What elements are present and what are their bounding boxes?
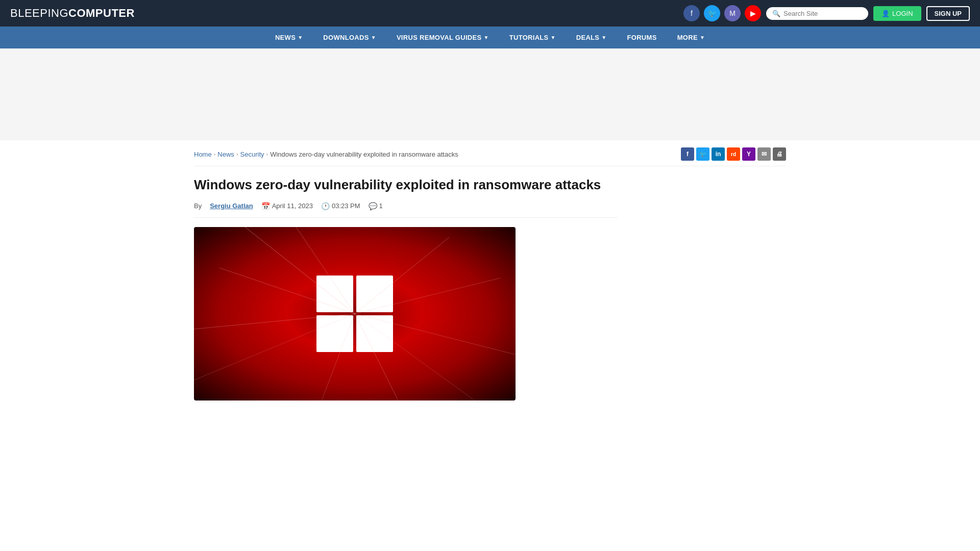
share-icons: f 🐦 in rd Y ✉ 🖨 xyxy=(681,147,786,161)
logo-light-text: BLEEPING xyxy=(10,7,68,19)
breadcrumb-sep-1: › xyxy=(214,151,216,157)
svg-line-12 xyxy=(322,314,355,400)
nav-news[interactable]: NEWS ▼ xyxy=(265,27,313,48)
main-nav: NEWS ▼ DOWNLOADS ▼ VIRUS REMOVAL GUIDES … xyxy=(0,27,980,48)
nav-downloads-arrow: ▼ xyxy=(371,35,376,40)
svg-line-5 xyxy=(296,227,355,314)
search-icon: 🔍 xyxy=(772,10,780,17)
svg-line-13 xyxy=(194,314,355,380)
share-twitter[interactable]: 🐦 xyxy=(696,147,709,161)
share-print[interactable]: 🖨 xyxy=(773,147,786,161)
search-bar[interactable]: 🔍 xyxy=(766,7,868,20)
nav-virus-arrow: ▼ xyxy=(484,35,489,40)
nav-more-arrow: ▼ xyxy=(700,35,705,40)
calendar-icon: 📅 xyxy=(261,202,270,210)
comment-icon: 💬 xyxy=(369,202,377,210)
meta-time: 🕐 03:23 PM xyxy=(321,202,360,210)
main-container: Home › News › Security › Windows zero-da… xyxy=(184,140,796,400)
breadcrumb-home[interactable]: Home xyxy=(194,151,212,158)
nav-news-arrow: ▼ xyxy=(298,35,303,40)
breadcrumb-bar: Home › News › Security › Windows zero-da… xyxy=(194,140,786,166)
share-email[interactable]: ✉ xyxy=(757,147,771,161)
article-time: 03:23 PM xyxy=(332,202,360,210)
svg-line-9 xyxy=(194,314,355,329)
content-row: Windows zero-day vulnerability exploited… xyxy=(194,177,786,400)
breadcrumb-sep-2: › xyxy=(236,151,238,157)
breadcrumb-security[interactable]: Security xyxy=(240,151,264,158)
svg-line-11 xyxy=(355,314,398,400)
nav-tutorials-arrow: ▼ xyxy=(551,35,556,40)
user-icon: 👤 xyxy=(881,10,890,17)
clock-icon: 🕐 xyxy=(321,202,330,210)
laser-overlay xyxy=(194,227,516,400)
svg-line-4 xyxy=(245,227,355,314)
nav-virus-removal[interactable]: VIRUS REMOVAL GUIDES ▼ xyxy=(386,27,499,48)
breadcrumb-news[interactable]: News xyxy=(217,151,234,158)
article-author[interactable]: Sergiu Gatlan xyxy=(210,202,253,210)
twitter-icon[interactable]: 🐦 xyxy=(704,5,720,21)
breadcrumb-sep-3: › xyxy=(266,151,268,157)
nav-downloads[interactable]: DOWNLOADS ▼ xyxy=(313,27,386,48)
share-facebook[interactable]: f xyxy=(681,147,694,161)
signup-button[interactable]: SIGN UP xyxy=(926,6,970,21)
mastodon-icon[interactable]: M xyxy=(724,5,741,21)
meta-date: 📅 April 11, 2023 xyxy=(261,202,313,210)
svg-line-8 xyxy=(219,268,355,314)
share-reddit[interactable]: rd xyxy=(727,147,740,161)
share-yahoo[interactable]: Y xyxy=(742,147,755,161)
nav-more[interactable]: MORE ▼ xyxy=(667,27,715,48)
logo-bold-text: COMPUTER xyxy=(68,7,135,19)
article-meta: By Sergiu Gatlan 📅 April 11, 2023 🕐 03:2… xyxy=(194,202,618,218)
site-logo[interactable]: BLEEPINGCOMPUTER xyxy=(10,7,135,20)
social-icons: f 🐦 M ▶ xyxy=(683,5,761,21)
share-linkedin[interactable]: in xyxy=(712,147,725,161)
search-input[interactable] xyxy=(783,10,862,17)
article-date: April 11, 2023 xyxy=(272,202,313,210)
by-label: By xyxy=(194,202,202,210)
site-header: BLEEPINGCOMPUTER f 🐦 M ▶ 🔍 👤 LOGIN SIGN … xyxy=(0,0,980,27)
article-main: Windows zero-day vulnerability exploited… xyxy=(194,177,618,400)
article-title: Windows zero-day vulnerability exploited… xyxy=(194,177,618,194)
breadcrumb-current: Windows zero-day vulnerability exploited… xyxy=(270,151,458,158)
login-button[interactable]: 👤 LOGIN xyxy=(873,6,921,21)
ad-banner xyxy=(0,48,980,140)
facebook-icon[interactable]: f xyxy=(683,5,700,21)
meta-comments[interactable]: 💬 1 xyxy=(369,202,383,210)
nav-tutorials[interactable]: TUTORIALS ▼ xyxy=(499,27,566,48)
article-image xyxy=(194,227,516,400)
comment-count: 1 xyxy=(379,202,383,210)
youtube-icon[interactable]: ▶ xyxy=(745,5,761,21)
nav-deals-arrow: ▼ xyxy=(601,35,606,40)
svg-line-10 xyxy=(355,314,516,355)
svg-line-14 xyxy=(355,314,475,400)
breadcrumb: Home › News › Security › Windows zero-da… xyxy=(194,151,458,158)
nav-deals[interactable]: DEALS ▼ xyxy=(566,27,617,48)
nav-forums[interactable]: FORUMS xyxy=(617,27,667,48)
header-right: f 🐦 M ▶ 🔍 👤 LOGIN SIGN UP xyxy=(683,5,970,21)
